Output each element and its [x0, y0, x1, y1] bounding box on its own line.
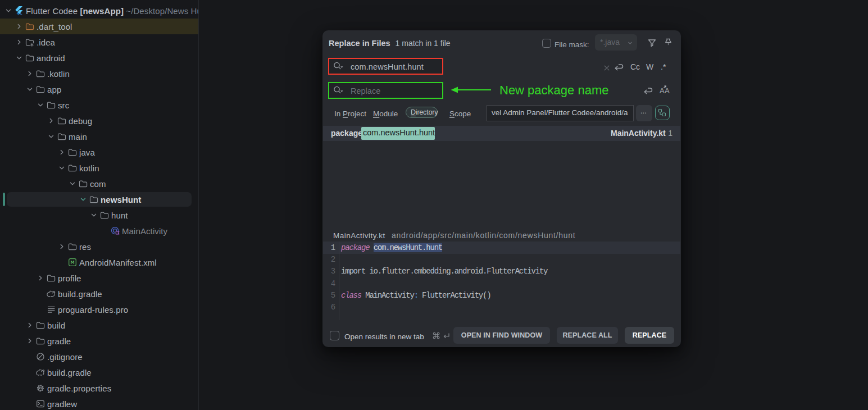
svg-text:A: A [665, 86, 670, 95]
